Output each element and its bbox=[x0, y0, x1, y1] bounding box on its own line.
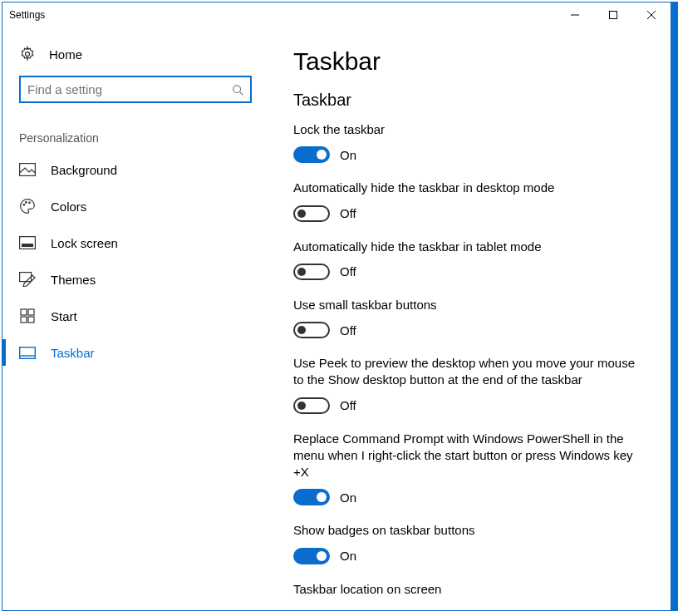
toggle-state: On bbox=[340, 148, 356, 162]
toggle-lock-taskbar[interactable] bbox=[293, 146, 330, 163]
toggle-badges[interactable] bbox=[293, 548, 330, 564]
picture-icon bbox=[19, 161, 36, 178]
svg-rect-1 bbox=[610, 12, 617, 19]
sidebar-item-label: Colors bbox=[51, 200, 86, 214]
svg-rect-16 bbox=[21, 317, 27, 323]
toggle-autohide-tablet[interactable] bbox=[293, 264, 330, 280]
setting-label: Taskbar location on screen bbox=[293, 581, 646, 598]
home-label: Home bbox=[49, 47, 82, 62]
setting-lock-taskbar: Lock the taskbar On bbox=[293, 121, 646, 163]
sidebar-item-label: Start bbox=[51, 309, 77, 323]
svg-point-8 bbox=[23, 205, 25, 206]
gear-icon bbox=[19, 46, 36, 62]
toggle-powershell[interactable] bbox=[293, 489, 330, 505]
main-panel: Taskbar Taskbar Lock the taskbar On Auto… bbox=[268, 27, 671, 610]
setting-badges: Show badges on taskbar buttons On bbox=[293, 522, 646, 564]
search-input[interactable] bbox=[27, 82, 232, 96]
close-button[interactable] bbox=[632, 2, 671, 27]
svg-rect-17 bbox=[28, 317, 34, 323]
maximize-button[interactable] bbox=[594, 2, 632, 27]
home-nav[interactable]: Home bbox=[2, 37, 268, 71]
toggle-peek-preview[interactable] bbox=[293, 397, 330, 414]
svg-rect-18 bbox=[20, 347, 36, 358]
toggle-state: Off bbox=[340, 206, 356, 220]
setting-powershell: Replace Command Prompt with Windows Powe… bbox=[293, 431, 646, 506]
minimize-button[interactable] bbox=[556, 2, 594, 27]
svg-rect-12 bbox=[22, 244, 33, 247]
toggle-state: Off bbox=[340, 398, 356, 412]
page-title: Taskbar bbox=[293, 47, 646, 76]
setting-label: Automatically hide the taskbar in deskto… bbox=[293, 180, 646, 196]
sidebar-item-themes[interactable]: Themes bbox=[2, 261, 268, 298]
setting-label: Use small taskbar buttons bbox=[293, 297, 646, 313]
svg-point-9 bbox=[26, 202, 27, 204]
svg-rect-15 bbox=[28, 309, 34, 315]
toggle-autohide-desktop[interactable] bbox=[293, 205, 330, 222]
themes-icon bbox=[19, 271, 36, 288]
setting-autohide-tablet: Automatically hide the taskbar in tablet… bbox=[293, 239, 646, 280]
window-title: Settings bbox=[9, 9, 45, 21]
sidebar-item-taskbar[interactable]: Taskbar bbox=[2, 334, 268, 371]
svg-point-10 bbox=[29, 202, 31, 204]
section-title: Personalization bbox=[2, 116, 268, 151]
search-box[interactable] bbox=[19, 76, 252, 103]
setting-label: Show badges on taskbar buttons bbox=[293, 522, 646, 539]
toggle-state: Off bbox=[340, 264, 356, 278]
sidebar-item-label: Taskbar bbox=[51, 346, 95, 360]
setting-small-buttons: Use small taskbar buttons Off bbox=[293, 297, 646, 338]
setting-label: Automatically hide the taskbar in tablet… bbox=[293, 239, 646, 255]
setting-label: Use Peek to preview the desktop when you… bbox=[293, 355, 646, 389]
setting-autohide-desktop: Automatically hide the taskbar in deskto… bbox=[293, 180, 646, 221]
palette-icon bbox=[19, 198, 36, 214]
lockscreen-icon bbox=[19, 234, 36, 251]
taskbar-icon bbox=[19, 344, 36, 361]
sidebar-item-start[interactable]: Start bbox=[2, 298, 268, 334]
setting-taskbar-location: Taskbar location on screen bbox=[293, 581, 646, 598]
svg-line-6 bbox=[240, 91, 243, 95]
sidebar-item-background[interactable]: Background bbox=[2, 151, 268, 188]
toggle-small-buttons[interactable] bbox=[293, 322, 330, 338]
svg-point-5 bbox=[233, 85, 241, 92]
svg-rect-11 bbox=[20, 237, 36, 249]
svg-rect-14 bbox=[21, 309, 27, 315]
svg-rect-7 bbox=[20, 164, 36, 176]
sidebar-item-label: Themes bbox=[51, 273, 96, 287]
toggle-state: On bbox=[340, 549, 356, 563]
setting-peek-preview: Use Peek to preview the desktop when you… bbox=[293, 355, 646, 414]
toggle-state: On bbox=[340, 490, 356, 505]
toggle-state: Off bbox=[340, 323, 356, 338]
desktop-edge bbox=[671, 2, 678, 611]
setting-label: Lock the taskbar bbox=[293, 121, 646, 138]
sidebar-item-colors[interactable]: Colors bbox=[2, 188, 268, 224]
sidebar: Home Personalization Background bbox=[2, 27, 268, 610]
sidebar-item-label: Lock screen bbox=[51, 236, 118, 250]
settings-window: Settings Home bbox=[2, 2, 671, 611]
sub-heading: Taskbar bbox=[293, 91, 646, 110]
setting-label: Replace Command Prompt with Windows Powe… bbox=[293, 431, 646, 481]
search-icon bbox=[232, 84, 243, 96]
svg-point-4 bbox=[26, 52, 30, 57]
window-controls bbox=[556, 2, 671, 27]
titlebar: Settings bbox=[2, 2, 671, 27]
sidebar-item-lockscreen[interactable]: Lock screen bbox=[2, 224, 268, 261]
svg-rect-13 bbox=[20, 273, 32, 282]
sidebar-item-label: Background bbox=[51, 163, 117, 177]
start-icon bbox=[19, 308, 36, 324]
